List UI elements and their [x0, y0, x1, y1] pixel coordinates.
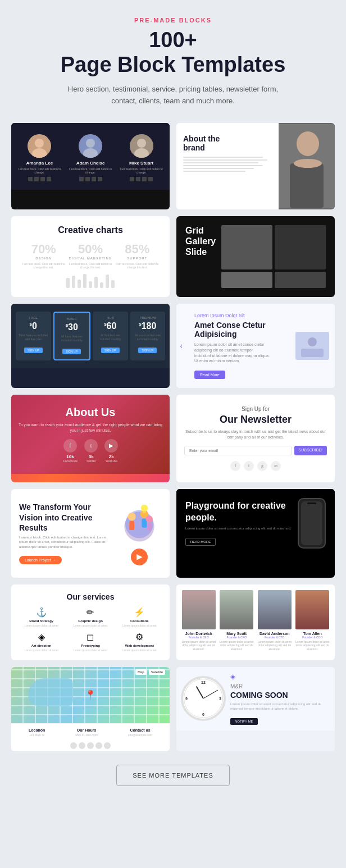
service-name: Brand Strategy — [19, 619, 63, 623]
subscribe-button[interactable]: SUBSCRIBE! — [294, 446, 327, 455]
email-input[interactable] — [184, 446, 292, 455]
social-icon — [85, 177, 90, 181]
instagram-icon[interactable]: in — [271, 461, 281, 471]
person-photo — [182, 590, 216, 629]
gallery-cell — [275, 272, 326, 288]
social-icons — [119, 177, 164, 181]
card-services: Our services ⚓ Brand Strategy Lorem ipsu… — [11, 584, 170, 660]
brand-strategy-icon: ⚓ — [19, 607, 63, 618]
slider-image — [295, 332, 329, 360]
plan-features: All basic featuresincluded monthly — [57, 335, 88, 342]
service-item-consultans: ⚡ Consultans Lorem ipsum dolor sit amet — [117, 607, 162, 628]
about-social-links: f 10k Facebook t 5k Twitter ▶ 2k You — [18, 439, 163, 463]
stat-description: I am text block. Click edit button to ch… — [67, 262, 113, 269]
service-item-graphic-design: ✏ Graphic design Lorem ipsum dolor sit a… — [68, 607, 112, 628]
pricing-plan-hub: Hub $60 All hub featuresincluded monthly… — [93, 312, 128, 360]
gallery-cell — [221, 225, 272, 269]
svg-rect-15 — [301, 349, 324, 357]
service-description: Lorem ipsum dolor sit amet — [19, 624, 63, 628]
person-photo — [295, 590, 329, 629]
social-icon — [79, 742, 85, 749]
phone-notch — [307, 502, 316, 504]
social-icons — [68, 177, 113, 181]
map-area: 📍 Map Satellite — [11, 667, 170, 723]
svg-point-22 — [146, 515, 153, 522]
twitter-label: Twitter — [84, 459, 98, 463]
card-team: Amanda Lee I am text block. Click edit b… — [11, 123, 170, 209]
svg-rect-25 — [143, 511, 145, 513]
social-icons — [17, 177, 62, 181]
about-us-description: To you want to reach your exact audience… — [18, 422, 163, 433]
service-name: Art direction — [19, 644, 63, 647]
svg-point-24 — [141, 505, 148, 511]
google-plus-icon[interactable]: g — [257, 461, 267, 471]
social-icon — [136, 177, 140, 181]
plan-name: Hub — [95, 316, 126, 319]
clock-inner: 12 3 6 9 — [184, 679, 223, 718]
person-description: Lorem ipsum dolor sit amet dolor adipisc… — [219, 640, 255, 651]
map-pin-icon: 📍 — [85, 689, 96, 700]
creative-description: I am text block. Click edit button to ch… — [19, 535, 111, 549]
gallery-cell — [275, 225, 326, 269]
youtube-label: Youtube — [104, 459, 118, 463]
member-name: Adam Cheise — [68, 161, 113, 166]
facebook-icon[interactable]: f — [230, 461, 240, 471]
playground-read-more-button[interactable]: READ MORE — [185, 538, 216, 546]
svg-rect-11 — [290, 163, 324, 208]
twitter-icon[interactable]: t — [244, 461, 254, 471]
pricing-plan-basic: Basic $30 All basic featuresincluded mon… — [53, 312, 91, 360]
charts-title: Creative charts — [20, 225, 161, 235]
launch-project-button[interactable]: Launch Project → — [19, 556, 62, 564]
slider-read-more-button[interactable]: Read More — [194, 371, 225, 379]
stat-label: Digital Marketing — [67, 257, 113, 260]
contact-label: Contact us — [128, 728, 152, 732]
clock-minute-hand — [203, 690, 218, 699]
newsletter-title: Our Newsletter — [184, 414, 327, 426]
services-title: Our services — [19, 592, 162, 601]
plan-button[interactable]: SIGN UP — [138, 348, 157, 353]
sub-description: Hero section, testimonial, service, pric… — [61, 84, 285, 107]
plan-button[interactable]: SIGN UP — [62, 349, 81, 354]
person-name: John Dortwick — [181, 632, 217, 636]
soon-brand: M&R — [230, 683, 330, 689]
slider-prev-arrow[interactable]: ‹ — [180, 341, 183, 351]
stat-item: 50% Digital Marketing I am text block. C… — [67, 242, 113, 269]
social-icon — [130, 177, 134, 181]
svg-point-14 — [308, 337, 317, 346]
card-slider: ‹ Lorem Ipsum Dolor Sit Amet Conse Ctetu… — [176, 304, 335, 388]
plan-name: Premium — [133, 316, 163, 319]
contact-value: info@example.com — [128, 733, 152, 737]
newsletter-form: SUBSCRIBE! — [184, 446, 327, 455]
notify-me-button[interactable]: NOTIFY ME — [230, 718, 258, 725]
chart-bars — [20, 274, 161, 288]
card-creative: We Transform Your Vision into Creative R… — [11, 489, 170, 578]
social-icon — [79, 177, 84, 181]
map-location-info: Location 123 Main St — [29, 728, 45, 737]
plan-button[interactable]: SIGN UP — [101, 348, 120, 353]
plan-features: All premium featuresincluded monthly — [133, 334, 163, 341]
hours-label: Our Hours — [75, 728, 98, 732]
pricing-plan-premium: Premium $180 All premium featuresinclude… — [130, 312, 166, 360]
twitter-icon[interactable]: t — [84, 439, 98, 453]
card-map: 📍 Map Satellite Location 123 Main St Our… — [11, 667, 170, 751]
member-desc: I am text block. Click edit button to ch… — [17, 167, 62, 175]
facebook-icon[interactable]: f — [63, 439, 77, 453]
svg-point-12 — [294, 159, 322, 168]
facebook-count: 10k — [63, 454, 78, 459]
play-button-icon[interactable]: ▶ — [131, 549, 148, 565]
team-members: Amanda Lee I am text block. Click edit b… — [17, 134, 164, 181]
svg-rect-19 — [129, 521, 134, 530]
team-person-tom: Tom Allen Founder & COO Lorem ipsum dolo… — [295, 590, 331, 651]
service-description: Lorem ipsum dolor sit amet — [117, 648, 162, 652]
service-name: Graphic design — [68, 619, 112, 623]
person-role: Founder & CTO — [257, 636, 293, 639]
svg-point-1 — [35, 139, 44, 148]
slider-subtitle: Lorem Ipsum Dolor Sit — [194, 313, 270, 318]
see-more-button[interactable]: SEE MORE TEMPLATES — [116, 765, 230, 786]
plan-button[interactable]: SIGN UP — [24, 348, 43, 353]
service-item-prototyping: ◻ Prototyping Lorem ipsum dolor sit amet — [68, 632, 112, 652]
graphic-design-icon: ✏ — [68, 607, 112, 618]
service-name: Consultans — [117, 619, 162, 623]
person-name: Mary Scott — [219, 632, 255, 636]
youtube-icon[interactable]: ▶ — [104, 439, 118, 453]
